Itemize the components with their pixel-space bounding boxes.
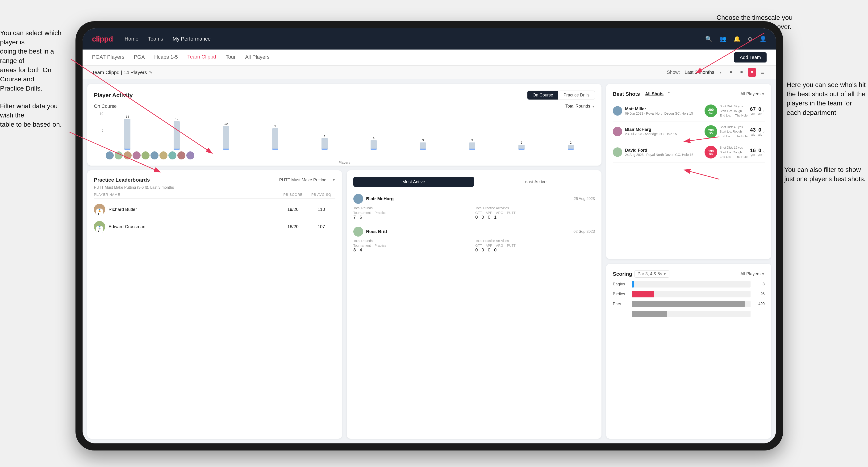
- grid4-view-icon[interactable]: ■: [727, 68, 736, 76]
- shot-yds-unit-3b: yds: [757, 154, 762, 157]
- bar-0: [124, 119, 130, 150]
- edit-icon[interactable]: ✎: [149, 70, 152, 75]
- shot-details-3: Shot Dist: 16 yds Start Lie: Rough End L…: [720, 145, 747, 159]
- shot-row-1[interactable]: Matt Miller 09 Jun 2023 · Royal North De…: [613, 101, 765, 121]
- activity-header: Player Activity On Course Practice Drill…: [94, 91, 595, 100]
- team-header-right: Show: Last 3 months ▼ ■ ■ ♥ ☰: [667, 68, 767, 76]
- add-team-button[interactable]: Add Team: [734, 52, 767, 63]
- active-player-name-1: Blair McHarg: [366, 196, 574, 201]
- lb-col-pb-score: PB SCORE: [279, 192, 307, 196]
- nav-home[interactable]: Home: [125, 36, 138, 42]
- sub-nav-pga[interactable]: PGA: [134, 54, 145, 61]
- shot-yds-val-1: 67: [750, 106, 756, 112]
- putt-label: PUTT: [507, 211, 516, 215]
- player-avatar-1: [115, 151, 123, 159]
- rounds-label: Total Rounds: [353, 206, 473, 210]
- team-title: Team Clippd | 14 Players: [92, 69, 147, 75]
- all-shots-tab[interactable]: All Shots: [642, 91, 666, 97]
- arg-val-1: 0: [488, 215, 490, 220]
- lb-avg-1: 110: [307, 207, 335, 212]
- gtt-label-2: GTT: [475, 244, 482, 247]
- scoring-bar-birdies: Birdies 96: [613, 291, 765, 298]
- leaderboard-header: Practice Leaderboards PUTT Must Make Put…: [94, 177, 335, 183]
- right-column: Best Shots All Shots ▼ All Players ▼: [606, 84, 771, 439]
- shot-player-info-1: Matt Miller 09 Jun 2023 · Royal North De…: [625, 106, 705, 115]
- on-course-toggle[interactable]: On Course: [527, 91, 558, 99]
- shot-player-sub-3: 24 Aug 2023 · Royal North Devon GC, Hole…: [625, 153, 705, 157]
- avatar-icon[interactable]: 👤: [760, 36, 767, 42]
- putt-val-2: 0: [494, 247, 497, 253]
- leaderboard-card: Practice Leaderboards PUTT Must Make Put…: [87, 170, 342, 439]
- nav-my-performance[interactable]: My Performance: [173, 36, 211, 42]
- timescale-dropdown-arrow[interactable]: ▼: [719, 70, 722, 74]
- gtt-val-1: 0: [475, 215, 478, 220]
- bar-9: [568, 145, 574, 150]
- rounds-stat-group: Total Rounds Tournament Practice 7 6: [353, 206, 473, 220]
- practice-drills-toggle[interactable]: Practice Drills: [558, 91, 595, 99]
- rounds-sub-labels-2: Tournament Practice: [353, 244, 473, 247]
- chart-metric-dropdown[interactable]: Total Rounds ▼: [565, 104, 595, 109]
- most-active-tab[interactable]: Most Active: [353, 177, 474, 187]
- sub-nav-hcaps[interactable]: Hcaps 1-5: [154, 54, 178, 61]
- bell-icon[interactable]: 🔔: [734, 36, 741, 42]
- player-avatar-2: [124, 151, 132, 159]
- scoring-players-dropdown[interactable]: All Players ▼: [740, 272, 765, 276]
- bottom-left-row: Practice Leaderboards PUTT Must Make Put…: [87, 170, 601, 439]
- search-icon[interactable]: 🔍: [705, 36, 712, 42]
- scoring-players-arrow: ▼: [762, 272, 765, 276]
- active-player-avatar-1: [353, 194, 363, 204]
- scoring-par-arrow: ▼: [663, 272, 666, 276]
- scoring-par-dropdown[interactable]: Par 3, 4 & 5s ▼: [634, 270, 670, 278]
- heart-view-icon[interactable]: ♥: [748, 68, 756, 76]
- shot-player-info-2: Blair McHarg 23 Jul 2023 · Ashridge GC, …: [625, 127, 705, 136]
- sub-nav-all-players[interactable]: All Players: [245, 54, 270, 61]
- shot-row-2[interactable]: Blair McHarg 23 Jul 2023 · Ashridge GC, …: [613, 121, 765, 142]
- sub-nav: PGAT Players PGA Hcaps 1-5 Team Clippd T…: [83, 50, 776, 66]
- shot-yds-group-1: 67 yds 0 yds: [750, 106, 762, 116]
- nav-teams[interactable]: Teams: [148, 36, 163, 42]
- extra-bar-track: [632, 311, 750, 317]
- users-icon[interactable]: 👥: [719, 36, 726, 42]
- plus-circle-icon[interactable]: ⊕: [748, 36, 752, 42]
- sub-nav-tour[interactable]: Tour: [225, 54, 236, 61]
- rounds-label-2: Total Rounds: [353, 239, 473, 243]
- sub-nav-pgat[interactable]: PGAT Players: [92, 54, 124, 61]
- shot-yds-val-2: 43: [750, 127, 756, 133]
- all-players-dropdown[interactable]: All Players ▼: [740, 92, 765, 96]
- list-view-icon[interactable]: ☰: [758, 68, 767, 76]
- active-player-block-2: Rees Britt 02 Sep 2023 Total Rounds Tour…: [353, 223, 595, 256]
- shot-yds-box-1: 67 yds: [750, 106, 756, 116]
- sub-nav-team-clippd[interactable]: Team Clippd: [187, 54, 216, 61]
- tablet-screen: clippd Home Teams My Performance 🔍 👥 🔔 ⊕…: [83, 28, 776, 443]
- shot-yds-val-1b: 0: [757, 106, 762, 112]
- bar-1: [174, 121, 180, 150]
- shot-badge-3: 198 SG: [705, 146, 717, 158]
- leaderboard-dropdown[interactable]: PUTT Must Make Putting ... ▼: [279, 178, 335, 183]
- shot-row-3[interactable]: David Ford 24 Aug 2023 · Royal North Dev…: [613, 142, 765, 163]
- annotation-right-bottom: You can also filter to show just one pla…: [784, 165, 866, 184]
- arg-label: ARG: [496, 211, 503, 215]
- bar-8: [519, 145, 525, 150]
- chart-subtitle: On Course: [94, 103, 117, 109]
- bar-3: [272, 128, 278, 150]
- active-player-avatar-2: [353, 227, 363, 237]
- shot-player-name-2: Blair McHarg: [625, 127, 705, 132]
- least-active-tab[interactable]: Least Active: [474, 177, 595, 187]
- bar-4: [321, 138, 328, 150]
- pars-val: 499: [753, 302, 765, 306]
- shot-yds-val-3: 16: [750, 148, 756, 154]
- eagles-bar-fill: [632, 281, 634, 287]
- scoring-card: Scoring Par 3, 4 & 5s ▼ All Players ▼: [606, 264, 771, 439]
- tablet-frame: clippd Home Teams My Performance 🔍 👥 🔔 ⊕…: [75, 21, 783, 450]
- practice-val-2: 4: [360, 247, 362, 253]
- lb-avg-2: 107: [307, 224, 335, 229]
- lb-rank-badge-1: 🏅 1: [96, 209, 103, 216]
- best-shots-header: Best Shots All Shots ▼ All Players ▼: [613, 91, 765, 97]
- gtt-label: GTT: [475, 211, 482, 215]
- grid2-view-icon[interactable]: ■: [737, 68, 746, 76]
- shots-dropdown-arrow[interactable]: ▼: [667, 91, 671, 97]
- active-player-date-1: 26 Aug 2023: [574, 197, 595, 201]
- shot-yds-unit-3: yds: [750, 154, 756, 157]
- most-active-card: Most Active Least Active Blair McHarg 26…: [347, 170, 601, 439]
- x-axis-label: Players: [94, 160, 595, 164]
